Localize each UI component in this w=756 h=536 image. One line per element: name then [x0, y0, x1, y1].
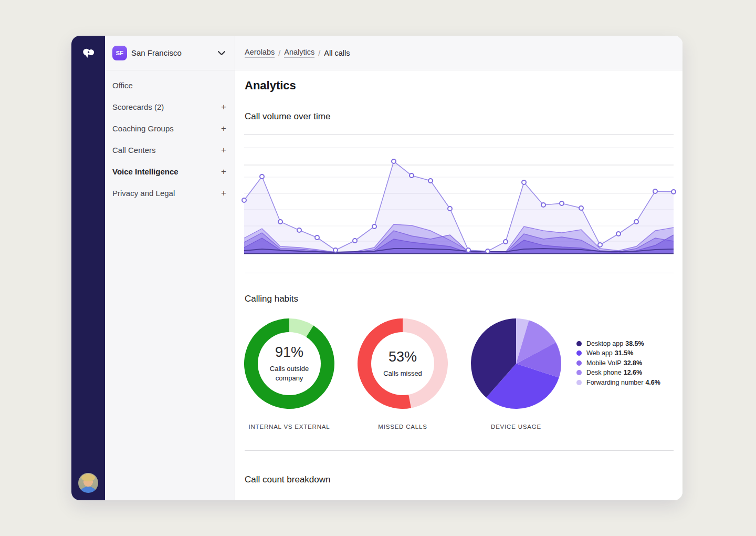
main-content: Aerolabs/Analytics/All calls Analytics C…: [235, 36, 682, 500]
device-usage-pie[interactable]: [471, 318, 561, 409]
device-usage-legend: Desktop app38.5%Web app31.5%Mobile VoIP3…: [576, 340, 660, 386]
call-volume-chart[interactable]: [244, 131, 674, 257]
chevron-down-icon: [218, 51, 225, 55]
legend-label: Mobile VoIP: [586, 359, 622, 367]
legend-dot: [576, 380, 582, 385]
breadcrumb-all-calls: All calls: [324, 49, 350, 57]
app-window: SF San Francisco OfficeScorecards (2)+Co…: [71, 36, 682, 500]
legend-value: 4.6%: [645, 379, 660, 386]
sidebar-item-call-centers[interactable]: Call Centers+: [105, 139, 235, 161]
workspace-badge: SF: [112, 46, 127, 60]
breadcrumb: Aerolabs/Analytics/All calls: [235, 36, 682, 70]
breadcrumb-separator: /: [278, 49, 280, 57]
dialpad-logo-icon[interactable]: [81, 45, 96, 60]
breadcrumb-analytics[interactable]: Analytics: [284, 48, 314, 58]
page-title: Analytics: [245, 79, 296, 92]
legend-value: 38.5%: [625, 340, 644, 347]
legend-label: Desk phone: [586, 369, 622, 376]
workspace-name: San Francisco: [131, 48, 182, 57]
plus-icon[interactable]: +: [221, 102, 226, 111]
section-title-call-count-breakdown: Call count breakdown: [245, 475, 330, 485]
sidebar-item-label: Call Centers: [112, 146, 156, 154]
donut-center: 91% Calls outside company: [259, 333, 320, 394]
section-title-call-volume: Call volume over time: [245, 111, 330, 122]
legend-label: Forwarding number: [586, 379, 643, 386]
legend-item-forwarding-number: Forwarding number4.6%: [576, 379, 660, 386]
legend-value: 32.8%: [624, 359, 642, 367]
sidebar-item-privacy-and-legal[interactable]: Privacy and Legal+: [105, 182, 235, 204]
sidebar-item-office[interactable]: Office: [105, 75, 235, 96]
plus-icon[interactable]: +: [221, 167, 226, 176]
missed-calls-donut[interactable]: 53% Calls missed: [358, 318, 448, 409]
chart-caption-internal-external: INTERNAL VS EXTERNAL: [235, 424, 343, 430]
donut-label: Calls missed: [383, 369, 422, 378]
sidebar-item-scorecards-2[interactable]: Scorecards (2)+: [105, 96, 235, 118]
legend-value: 31.5%: [615, 349, 633, 357]
internal-external-donut[interactable]: 91% Calls outside company: [244, 318, 334, 409]
sidebar: SF San Francisco OfficeScorecards (2)+Co…: [105, 36, 235, 500]
legend-item-desktop-app: Desktop app38.5%: [576, 340, 660, 347]
breadcrumb-separator: /: [318, 49, 320, 57]
sidebar-item-label: Privacy and Legal: [112, 189, 175, 198]
sidebar-item-label: Voice Intelligence: [112, 167, 178, 176]
chart-caption-device-usage: DEVICE USAGE: [462, 424, 570, 430]
sidebar-item-label: Coaching Groups: [112, 124, 174, 133]
plus-icon[interactable]: +: [221, 146, 226, 154]
legend-value: 12.6%: [624, 369, 642, 376]
legend-item-web-app: Web app31.5%: [576, 350, 660, 357]
legend-dot: [576, 341, 582, 346]
sidebar-item-coaching-groups[interactable]: Coaching Groups+: [105, 118, 235, 139]
legend-item-desk-phone: Desk phone12.6%: [576, 369, 660, 377]
section-title-calling-habits: Calling habits: [245, 294, 298, 304]
sidebar-item-label: Scorecards (2): [112, 102, 164, 111]
plus-icon[interactable]: +: [221, 189, 226, 198]
legend-dot: [576, 351, 582, 356]
device-usage-pie-svg: [471, 318, 561, 409]
chart-caption-missed-calls: MISSED CALLS: [349, 424, 457, 430]
workspace-selector[interactable]: SF San Francisco: [105, 36, 235, 70]
section-divider: [245, 450, 674, 451]
breadcrumb-aerolabs[interactable]: Aerolabs: [245, 48, 275, 58]
section-divider: [245, 273, 674, 273]
donut-label: Calls outside company: [260, 364, 319, 383]
legend-label: Web app: [586, 349, 613, 357]
donut-value: 53%: [388, 349, 417, 365]
sidebar-item-voice-intelligence[interactable]: Voice Intelligence+: [105, 161, 235, 182]
legend-dot: [576, 370, 582, 375]
legend-item-mobile-voip: Mobile VoIP32.8%: [576, 359, 660, 367]
app-rail: [71, 36, 105, 500]
sidebar-item-label: Office: [112, 81, 133, 90]
legend-label: Desktop app: [586, 340, 623, 347]
legend-dot: [576, 360, 582, 366]
plus-icon[interactable]: +: [221, 124, 226, 133]
user-avatar[interactable]: [78, 473, 98, 493]
donut-value: 91%: [275, 344, 303, 360]
donut-center: 53% Calls missed: [372, 333, 433, 394]
sidebar-nav: OfficeScorecards (2)+Coaching Groups+Cal…: [105, 70, 235, 204]
